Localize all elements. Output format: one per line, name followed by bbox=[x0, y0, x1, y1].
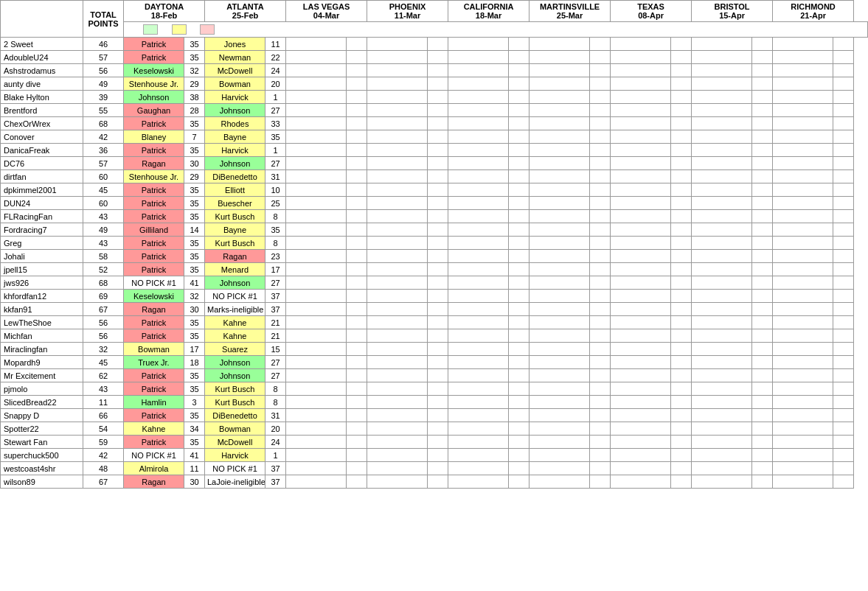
bristol-header: BRISTOL15-Apr bbox=[692, 1, 773, 22]
atlanta-pick-cell: Bowman bbox=[205, 422, 265, 436]
california-pts-cell bbox=[509, 343, 530, 356]
table-row: Stewart Fan 59 Patrick 35 McDowell 24 bbox=[1, 436, 868, 449]
total-points-cell: 55 bbox=[83, 104, 124, 117]
las-vegas-pick-cell bbox=[286, 117, 347, 130]
texas-pts-cell bbox=[671, 117, 692, 130]
bristol-pts-cell bbox=[752, 356, 773, 369]
phoenix-pts-cell bbox=[428, 436, 448, 449]
table-row: DC76 57 Ragan 30 Johnson 27 bbox=[1, 157, 868, 170]
las-vegas-pick-cell bbox=[286, 462, 347, 475]
atlanta-pts-cell: 27 bbox=[265, 157, 286, 170]
richmond-pts-cell bbox=[833, 382, 854, 396]
martinsville-pick-cell bbox=[530, 356, 590, 369]
table-row: Fordracing7 49 Gilliland 14 Bayne 35 bbox=[1, 223, 868, 237]
table-row: dpkimmel2001 45 Patrick 35 Elliott 10 bbox=[1, 183, 868, 197]
table-row: Blake Hylton 39 Johnson 38 Harvick 1 bbox=[1, 91, 868, 104]
las-vegas-pts-cell bbox=[347, 210, 367, 223]
info-row bbox=[1, 22, 868, 38]
daytona-pick-cell: NO PICK #1 bbox=[124, 449, 184, 462]
las-vegas-pts-cell bbox=[347, 343, 367, 356]
martinsville-pick-cell bbox=[530, 91, 590, 104]
martinsville-pts-cell bbox=[590, 223, 611, 237]
c-list-color bbox=[200, 24, 215, 35]
martinsville-pick-cell bbox=[530, 170, 590, 183]
california-pick-cell bbox=[448, 436, 509, 449]
richmond-pick-cell bbox=[773, 436, 833, 449]
bristol-pts-cell bbox=[752, 237, 773, 250]
las-vegas-pts-cell bbox=[347, 223, 367, 237]
las-vegas-pts-cell bbox=[347, 130, 367, 144]
california-pick-cell bbox=[448, 462, 509, 475]
phoenix-pick-cell bbox=[367, 237, 428, 250]
california-pts-cell bbox=[509, 475, 530, 489]
table-row: Michfan 56 Patrick 35 Kahne 21 bbox=[1, 329, 868, 343]
martinsville-pick-cell bbox=[530, 329, 590, 343]
daytona-pts-cell: 29 bbox=[184, 77, 205, 91]
atlanta-pts-cell: 1 bbox=[265, 91, 286, 104]
martinsville-pick-cell bbox=[530, 223, 590, 237]
richmond-pts-cell bbox=[833, 316, 854, 329]
richmond-pts-cell bbox=[833, 210, 854, 223]
bristol-pick-cell bbox=[692, 462, 752, 475]
richmond-pick-cell bbox=[773, 64, 833, 77]
phoenix-pick-cell bbox=[367, 436, 428, 449]
atlanta-pts-cell: 1 bbox=[265, 449, 286, 462]
texas-pts-cell bbox=[671, 130, 692, 144]
atlanta-pick-cell: Johnson bbox=[205, 276, 265, 290]
las-vegas-pick-cell bbox=[286, 409, 347, 422]
california-pick-cell bbox=[448, 91, 509, 104]
daytona-pick-cell: Patrick bbox=[124, 144, 184, 157]
phoenix-pts-cell bbox=[428, 91, 448, 104]
texas-pick-cell bbox=[611, 64, 671, 77]
martinsville-pts-cell bbox=[590, 197, 611, 210]
las-vegas-pick-cell bbox=[286, 130, 347, 144]
bristol-pick-cell bbox=[692, 303, 752, 316]
atlanta-pick-cell: Johnson bbox=[205, 356, 265, 369]
phoenix-pick-cell bbox=[367, 64, 428, 77]
martinsville-pts-cell bbox=[590, 77, 611, 91]
richmond-pick-cell bbox=[773, 183, 833, 197]
richmond-pick-cell bbox=[773, 290, 833, 303]
martinsville-header: MARTINSVILLE25-Mar bbox=[530, 1, 611, 22]
total-points-cell: 68 bbox=[83, 276, 124, 290]
martinsville-pick-cell bbox=[530, 38, 590, 51]
phoenix-pts-cell bbox=[428, 144, 448, 157]
table-row: LewTheShoe 56 Patrick 35 Kahne 21 bbox=[1, 316, 868, 329]
daytona-pick-cell: Patrick bbox=[124, 369, 184, 382]
daytona-pts-cell: 28 bbox=[184, 104, 205, 117]
phoenix-pick-cell bbox=[367, 157, 428, 170]
martinsville-pick-cell bbox=[530, 210, 590, 223]
daytona-pick-cell: Patrick bbox=[124, 329, 184, 343]
las-vegas-pick-cell bbox=[286, 329, 347, 343]
bristol-pick-cell bbox=[692, 250, 752, 263]
daytona-pick-cell: Gaughan bbox=[124, 104, 184, 117]
bristol-pts-cell bbox=[752, 183, 773, 197]
phoenix-pts-cell bbox=[428, 409, 448, 422]
atlanta-pick-cell: Rhodes bbox=[205, 117, 265, 130]
california-pts-cell bbox=[509, 130, 530, 144]
phoenix-pts-cell bbox=[428, 38, 448, 51]
richmond-pick-cell bbox=[773, 409, 833, 422]
martinsville-pts-cell bbox=[590, 303, 611, 316]
las-vegas-pts-cell bbox=[347, 51, 367, 64]
daytona-pts-cell: 41 bbox=[184, 276, 205, 290]
table-row: DanicaFreak 36 Patrick 35 Harvick 1 bbox=[1, 144, 868, 157]
texas-pts-cell bbox=[671, 104, 692, 117]
martinsville-pts-cell bbox=[590, 250, 611, 263]
bristol-pick-cell bbox=[692, 104, 752, 117]
richmond-pick-cell bbox=[773, 329, 833, 343]
bristol-pts-cell bbox=[752, 250, 773, 263]
california-pts-cell bbox=[509, 290, 530, 303]
bristol-pts-cell bbox=[752, 170, 773, 183]
texas-header: TEXAS08-Apr bbox=[611, 1, 692, 22]
california-pts-cell bbox=[509, 329, 530, 343]
california-pick-cell bbox=[448, 409, 509, 422]
table-row: pjmolo 43 Patrick 35 Kurt Busch 8 bbox=[1, 382, 868, 396]
bristol-pts-cell bbox=[752, 396, 773, 409]
username-cell: Brentford bbox=[1, 104, 83, 117]
total-points-cell: 68 bbox=[83, 117, 124, 130]
richmond-pick-cell bbox=[773, 237, 833, 250]
phoenix-pts-cell bbox=[428, 210, 448, 223]
martinsville-pts-cell bbox=[590, 369, 611, 382]
bristol-pick-cell bbox=[692, 449, 752, 462]
